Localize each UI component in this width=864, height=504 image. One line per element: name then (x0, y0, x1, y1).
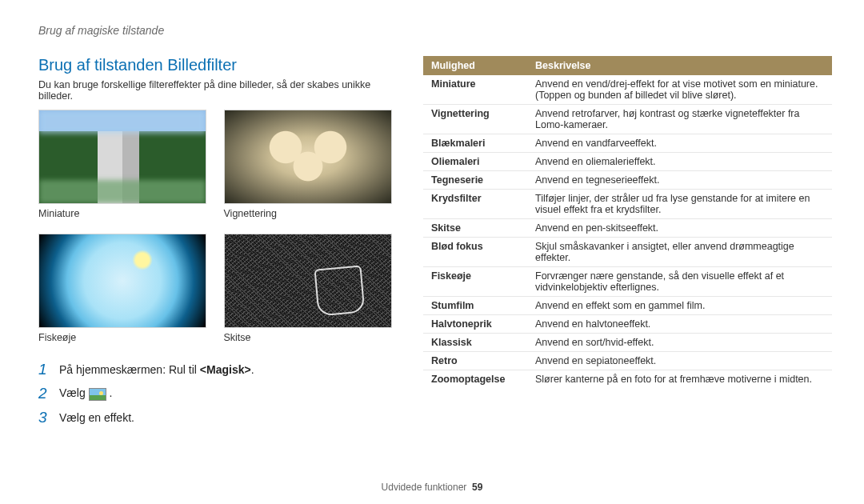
step-3-text: Vælg en effekt. (59, 411, 134, 424)
thumb-sketch: Skitse (224, 234, 395, 343)
table-row: KlassiskAnvend en sort/hvid-effekt. (423, 334, 832, 352)
step-1-bold: <Magisk> (200, 363, 251, 376)
step-number: 2 (38, 385, 51, 402)
footer-label: Udvidede funktioner (382, 482, 467, 493)
breadcrumb: Brug af magiske tilstande (38, 24, 832, 37)
description-cell: Skjul småskavanker i ansigtet, eller anv… (527, 238, 832, 267)
table-row: SkitseAnvend en pen-skitseeffekt. (423, 219, 832, 238)
description-cell: Tilføjer linjer, der stråler ud fra lyse… (527, 190, 832, 219)
table-row: FiskeøjeForvrænger nære genstande, så de… (423, 267, 832, 297)
steps-list: 1 På hjemmeskærmen: Rul til <Magisk>. 2 … (38, 361, 394, 426)
option-cell: Blød fokus (423, 238, 527, 267)
description-cell: Anvend en sort/hvid-effekt. (527, 334, 832, 352)
vignette-caption: Vignettering (224, 208, 395, 219)
table-row: StumfilmAnvend en effekt som en gammel f… (423, 297, 832, 315)
thumb-vignette: Vignettering (224, 110, 395, 219)
option-cell: Miniature (423, 75, 527, 105)
option-cell: Klassisk (423, 334, 527, 352)
filter-thumbnail-grid: Miniature Vignettering Fiskeøje Skitse (38, 110, 394, 343)
option-cell: Zoomoptagelse (423, 370, 527, 389)
step-2-text: Vælg (59, 386, 89, 399)
fisheye-caption: Fiskeøje (38, 332, 210, 343)
vignette-image (224, 110, 392, 204)
description-cell: Anvend en halvtoneeffekt. (527, 315, 832, 334)
step-1-text-pre: På hjemmeskærmen: Rul til (59, 363, 200, 376)
miniature-caption: Miniature (38, 208, 210, 219)
description-cell: Anvend en sepiatoneeffekt. (527, 352, 832, 370)
intro-text: Du kan bruge forskellige filtereffekter … (38, 79, 394, 102)
description-cell: Anvend en pen-skitseeffekt. (527, 219, 832, 238)
table-row: BlækmaleriAnvend en vandfarveeffekt. (423, 134, 832, 153)
option-cell: Retro (423, 352, 527, 370)
picture-filter-icon (89, 388, 106, 401)
table-row: MiniatureAnvend en vend/drej-effekt for … (423, 75, 832, 105)
table-row: VignetteringAnvend retrofarver, høj kont… (423, 105, 832, 134)
page-footer: Udvidede funktioner 59 (0, 482, 864, 493)
description-cell: Anvend en vend/drej-effekt for at vise m… (527, 75, 832, 105)
description-cell: Forvrænger nære genstande, så den visuel… (527, 267, 832, 297)
step-3: 3 Vælg en effekt. (38, 409, 394, 426)
description-cell: Anvend en tegneserieeffekt. (527, 171, 832, 190)
thumb-miniature: Miniature (38, 110, 210, 219)
description-cell: Anvend en oliemalerieffekt. (527, 153, 832, 171)
option-cell: Krydsfilter (423, 190, 527, 219)
miniature-image (38, 110, 206, 204)
table-row: KrydsfilterTilføjer linjer, der stråler … (423, 190, 832, 219)
table-row: OliemaleriAnvend en oliemalerieffekt. (423, 153, 832, 171)
option-cell: Vignettering (423, 105, 527, 134)
effects-table: Mulighed Beskrivelse MiniatureAnvend en … (423, 56, 832, 388)
option-cell: Stumfilm (423, 297, 527, 315)
option-cell: Fiskeøje (423, 267, 527, 297)
table-row: RetroAnvend en sepiatoneeffekt. (423, 352, 832, 370)
option-cell: Skitse (423, 219, 527, 238)
section-heading: Brug af tilstanden Billedfilter (38, 56, 394, 74)
fisheye-image (38, 234, 206, 328)
description-cell: Anvend en effekt som en gammel film. (527, 297, 832, 315)
option-cell: Halvtoneprik (423, 315, 527, 334)
step-1: 1 På hjemmeskærmen: Rul til <Magisk>. (38, 361, 394, 378)
col-header-option: Mulighed (423, 56, 527, 75)
table-row: HalvtoneprikAnvend en halvtoneeffekt. (423, 315, 832, 334)
sketch-caption: Skitse (224, 332, 395, 343)
sketch-image (224, 234, 392, 328)
thumb-fisheye: Fiskeøje (38, 234, 210, 343)
option-cell: Blækmaleri (423, 134, 527, 153)
option-cell: Oliemaleri (423, 153, 527, 171)
table-row: TegneserieAnvend en tegneserieeffekt. (423, 171, 832, 190)
table-row: Blød fokusSkjul småskavanker i ansigtet,… (423, 238, 832, 267)
description-cell: Slører kanterne på en foto for at fremhæ… (527, 370, 832, 389)
step-1-text-post: . (251, 363, 254, 376)
col-header-description: Beskrivelse (527, 56, 832, 75)
step-number: 1 (38, 361, 51, 378)
step-number: 3 (38, 409, 51, 426)
page-number: 59 (472, 482, 482, 493)
step-2: 2 Vælg . (38, 385, 394, 402)
table-row: ZoomoptagelseSlører kanterne på en foto … (423, 370, 832, 389)
description-cell: Anvend retrofarver, høj kontrast og stær… (527, 105, 832, 134)
step-2-text-post: . (109, 386, 112, 399)
description-cell: Anvend en vandfarveeffekt. (527, 134, 832, 153)
option-cell: Tegneserie (423, 171, 527, 190)
